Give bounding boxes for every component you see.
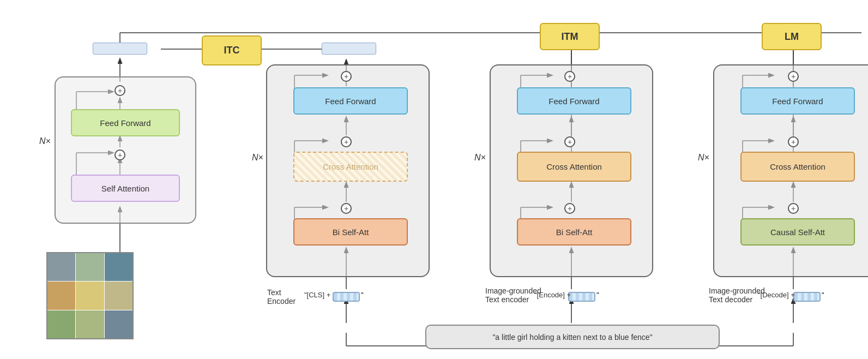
- embed-box-2: [568, 292, 595, 302]
- bi-self-att-1: Bi Self-Att: [293, 218, 408, 246]
- nx-label-1: N×: [39, 136, 51, 146]
- plus-circle-2: +: [114, 85, 125, 96]
- plus-circle-11: +: [788, 71, 799, 82]
- encode-quote-close: ": [596, 291, 599, 299]
- nx-label-4: N×: [698, 153, 709, 163]
- feat-box-right: [322, 43, 376, 55]
- plus-circle-1: +: [114, 149, 125, 160]
- text-encoder-label: TextEncoder: [267, 288, 296, 306]
- bi-self-att-2: Bi Self-Att: [517, 218, 631, 246]
- causal-self-att: Causal Self-Att: [740, 218, 855, 246]
- plus-circle-6: +: [564, 136, 575, 147]
- cross-attention-3: Cross Attention: [740, 152, 855, 182]
- itc-block: ITC: [202, 35, 262, 65]
- itm-block: ITM: [540, 23, 600, 50]
- embed-box-1: [333, 292, 360, 302]
- embed-box-3: [793, 292, 821, 302]
- cross-attention-2: Cross Attention: [517, 152, 631, 182]
- encode-token-label: "[Encode] +: [534, 291, 571, 299]
- nx-label-2: N×: [252, 153, 263, 163]
- plus-circle-5: +: [341, 71, 352, 82]
- cross-attention-disabled: Cross Attention: [293, 152, 408, 182]
- feed-forward-blue-3: Feed Forward: [740, 87, 855, 115]
- decode-quote-close: ": [822, 291, 824, 299]
- plus-circle-4: +: [341, 203, 352, 214]
- feed-forward-blue-2: Feed Forward: [517, 87, 631, 115]
- decode-token-label: "[Decode] +: [758, 291, 795, 299]
- sentence-box: "a little girl holding a kitten next to …: [425, 325, 720, 349]
- lm-block: LM: [762, 23, 822, 50]
- feed-forward-blue-1: Feed Forward: [293, 87, 408, 115]
- plus-circle-10: +: [788, 203, 799, 214]
- cls-token-label: "[CLS] +: [304, 291, 330, 299]
- self-attention-block: Self Attention: [71, 175, 180, 202]
- nx-label-3: N×: [474, 153, 486, 163]
- image-grid: [46, 252, 134, 339]
- cls-quote-close: ": [361, 291, 364, 299]
- plus-circle-7: +: [564, 203, 575, 214]
- plus-circle-8: +: [564, 71, 575, 82]
- feat-box-left: [93, 43, 147, 55]
- feed-forward-green-block: Feed Forward: [71, 109, 180, 136]
- plus-circle-3: +: [341, 136, 352, 147]
- plus-circle-9: +: [788, 136, 799, 147]
